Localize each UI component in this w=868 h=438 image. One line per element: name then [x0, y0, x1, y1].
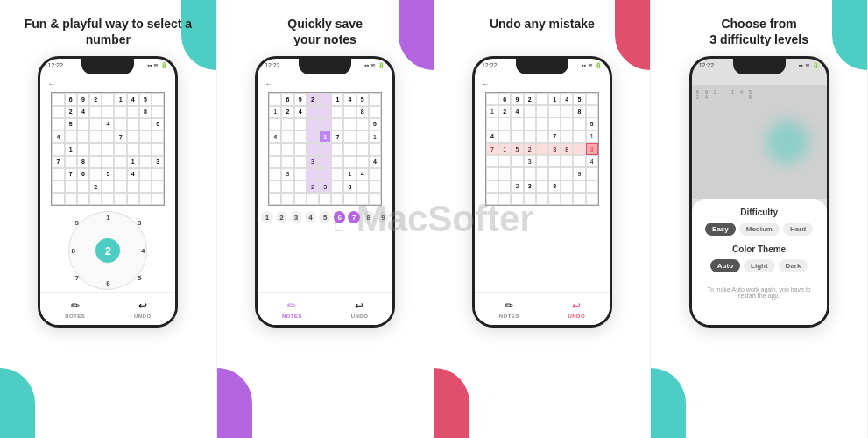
phone-status: 12:22 ▪▪ ≋ 🔋 [40, 60, 175, 71]
panel-3: Undo any mistake 12:22 ▪▪ ≋ 🔋 ← 692145 1… [434, 0, 652, 438]
picker-num-7[interactable]: 8 [71, 247, 74, 255]
sudoku-grid-2: 692145 1248 9 4171 34 314 238 [268, 92, 382, 206]
green-blob-decoration [766, 120, 809, 164]
panel-4: Choose from3 difficulty levels 12:22 ▪▪ … [651, 0, 868, 438]
picker-num-4[interactable]: 5 [138, 274, 141, 282]
undo-icon-2: ↩ [355, 300, 363, 312]
number-row-2: 1 2 3 4 5 6 7 8 9 [258, 211, 392, 223]
notes-icon-3: ✏ [505, 300, 513, 312]
phone-mockup-2: 12:22 ▪▪ ≋ 🔋 ← 692145 1248 9 4171 34 314… [255, 56, 395, 328]
notes-button-3[interactable]: ✏ NOTES [499, 300, 519, 319]
corner-decoration [217, 368, 252, 438]
panel-1: Fun & playful way to select a number 12:… [0, 0, 217, 438]
picker-circle: 1 3 4 5 6 7 8 9 2 [68, 211, 147, 290]
phone-status-2: 12:22 ▪▪ ≋ 🔋 [258, 60, 392, 71]
phone-signals-2: ▪▪ ≋ 🔋 [364, 62, 385, 69]
notes-icon-2: ✏ [287, 300, 296, 312]
undo-icon-3: ↩ [572, 300, 581, 312]
undo-label-3: UNDO [568, 314, 585, 319]
picker-num-5[interactable]: 6 [106, 279, 109, 287]
phone-mockup-1: 12:22 ▪▪ ≋ 🔋 ← 692145 248 549 47 1 7813 … [38, 56, 178, 328]
phone-status-4: 12:22 ▪▪ ≋ 🔋 [692, 60, 827, 71]
phone-time-2: 12:22 [265, 62, 280, 69]
picker-num-8[interactable]: 9 [74, 219, 78, 227]
num-btn-5[interactable]: 5 [319, 211, 331, 223]
picker-center-value[interactable]: 2 [95, 238, 120, 263]
undo-label-2: UNDO [351, 314, 369, 319]
sudoku-grid-1: 692145 248 549 47 1 7813 7654 2 [51, 92, 165, 206]
undo-icon-1: ↩ [138, 300, 147, 312]
phone-status-3: 12:22 ▪▪ ≋ 🔋 [475, 60, 610, 71]
corner-decoration [832, 0, 867, 70]
num-btn-6[interactable]: 6 [334, 211, 346, 223]
notes-icon-1: ✏ [71, 300, 80, 312]
phone-content-1: ← 692145 248 549 47 1 7813 7654 2 1 3 4 [40, 76, 175, 325]
phone-signals-4: ▪▪ ≋ 🔋 [799, 62, 820, 69]
theme-dark[interactable]: Dark [779, 259, 808, 272]
auto-note: To make Auto work again, you have to res… [699, 286, 820, 299]
back-arrow: ← [40, 76, 175, 92]
theme-light[interactable]: Light [744, 259, 775, 272]
phone-content-3: ← 692145 1248 9 471 7152383 34 9 238 [475, 76, 610, 325]
picker-num-2[interactable]: 3 [138, 219, 141, 227]
corner-decoration [651, 368, 686, 438]
sudoku-grid-3: 692145 1248 9 471 7152383 34 9 238 [485, 92, 599, 206]
difficulty-title: Difficulty [740, 208, 778, 217]
undo-button-3[interactable]: ↩ UNDO [568, 300, 585, 319]
notes-label-3: NOTES [499, 314, 519, 319]
phone-signals: ▪▪ ≋ 🔋 [148, 62, 169, 69]
difficulty-hard[interactable]: Hard [783, 223, 813, 236]
phone-content-2: ← 692145 1248 9 4171 34 314 238 1 2 3 4 … [258, 76, 392, 325]
corner-decoration [615, 0, 650, 70]
phone-mockup-4: 12:22 ▪▪ ≋ 🔋 692145 248 Difficulty Easy … [689, 56, 829, 328]
num-btn-1[interactable]: 1 [261, 211, 273, 223]
bg-sudoku-hint: 692145 248 [696, 89, 775, 100]
picker-num-1[interactable]: 1 [106, 214, 109, 222]
undo-button-2[interactable]: ↩ UNDO [351, 300, 369, 319]
color-theme-title: Color Theme [732, 244, 786, 254]
panel-caption-3: Undo any mistake [490, 16, 595, 47]
settings-sheet: Difficulty Easy Medium Hard Color Theme … [692, 199, 827, 325]
panel-caption-1: Fun & playful way to select a number [9, 16, 208, 47]
picker-num-6[interactable]: 7 [74, 274, 78, 282]
undo-label-1: UNDO [134, 314, 152, 319]
back-arrow-3: ← [475, 76, 610, 92]
undo-button-1[interactable]: ↩ UNDO [134, 300, 152, 319]
corner-decoration [434, 368, 469, 438]
num-btn-9[interactable]: 9 [378, 211, 390, 223]
panel-2: Quickly saveyour notes 12:22 ▪▪ ≋ 🔋 ← 69… [217, 0, 434, 438]
picker-num-3[interactable]: 4 [141, 247, 145, 255]
difficulty-easy[interactable]: Easy [705, 223, 736, 236]
phone-bottom-bar-3: ✏ NOTES ↩ UNDO [475, 292, 610, 325]
notes-button-1[interactable]: ✏ NOTES [65, 300, 85, 319]
difficulty-medium[interactable]: Medium [739, 223, 780, 236]
panel-caption-2: Quickly saveyour notes [287, 16, 363, 47]
phone-bg-area: 692145 248 [692, 85, 827, 199]
num-btn-8[interactable]: 8 [363, 211, 375, 223]
phone-signals-3: ▪▪ ≋ 🔋 [582, 62, 603, 69]
corner-decoration [0, 368, 35, 438]
back-arrow-2: ← [258, 76, 392, 92]
notes-label-2: NOTES [282, 314, 302, 319]
corner-decoration [399, 0, 434, 70]
num-btn-3[interactable]: 3 [290, 211, 302, 223]
theme-auto[interactable]: Auto [710, 259, 740, 272]
notes-button-2[interactable]: ✏ NOTES [282, 300, 302, 319]
number-picker[interactable]: 1 3 4 5 6 7 8 9 2 [68, 211, 147, 290]
difficulty-buttons: Easy Medium Hard [705, 223, 813, 236]
phone-time: 12:22 [47, 62, 63, 69]
phone-time-4: 12:22 [699, 62, 715, 69]
color-theme-buttons: Auto Light Dark [710, 259, 808, 272]
panel-caption-4: Choose from3 difficulty levels [709, 16, 808, 47]
phone-bottom-bar-1: ✏ NOTES ↩ UNDO [40, 292, 175, 325]
num-btn-7[interactable]: 7 [348, 211, 360, 223]
phone-mockup-3: 12:22 ▪▪ ≋ 🔋 ← 692145 1248 9 471 7152383… [472, 56, 612, 328]
num-btn-4[interactable]: 4 [305, 211, 317, 223]
phone-bottom-bar-2: ✏ NOTES ↩ UNDO [258, 292, 392, 325]
notes-label-1: NOTES [65, 314, 85, 319]
num-btn-2[interactable]: 2 [276, 211, 288, 223]
phone-time-3: 12:22 [482, 62, 498, 69]
